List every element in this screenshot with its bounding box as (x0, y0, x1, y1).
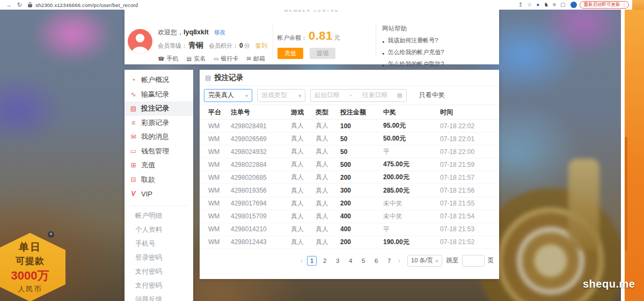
table-row: WM 4298015709 真人 真人 400 未中奖 07-18 21:54 (200, 210, 499, 223)
more-vert-icon[interactable] (620, 2, 627, 8)
close-icon[interactable] (48, 231, 54, 238)
profile-avatar[interactable] (570, 2, 577, 8)
extension-icon[interactable]: ♞ (544, 0, 548, 10)
cell-type: 真人 (316, 186, 340, 195)
platform-select[interactable]: 完美真人 (204, 89, 252, 102)
cell-platform: WM (208, 187, 231, 194)
sidebar-item-label: 帐户概况 (141, 75, 169, 85)
sidebar-divider (131, 205, 187, 206)
panel-header: 投注记录 (200, 70, 499, 86)
document-icon: ▤ (129, 105, 137, 112)
cell-platform: WM (208, 225, 231, 233)
star-icon[interactable]: ☆ (527, 0, 532, 10)
background-window-strip-top (632, 0, 644, 10)
cell-amount: 400 (340, 212, 383, 220)
cell-game: 真人 (291, 134, 316, 143)
cell-win: 475.00元 (383, 160, 440, 169)
page-size-select[interactable]: 10 条/页 (407, 255, 442, 267)
sidebar-secondary-item[interactable]: 支付密码 (125, 279, 193, 293)
scrollbar-thumb[interactable] (625, 137, 627, 251)
modify-link[interactable]: 修改 (214, 28, 226, 36)
withdraw-button[interactable]: 提现 (310, 48, 335, 59)
cell-type: 真人 (316, 147, 340, 156)
help-link[interactable]: 我该如何注册帐号? (382, 36, 444, 45)
avatar[interactable] (128, 29, 152, 54)
signin-link[interactable]: 签到 (255, 42, 267, 50)
sidebar-secondary-menu: 帐户明细 个人资料 手机号 登录密码 支付密码 支付密码 问题反馈 (125, 209, 193, 301)
sidebar-item[interactable]: ⊟ 取款 (125, 173, 193, 187)
help-title: 网站帮助 (382, 25, 444, 33)
toolbar-icons: ↥ ☆ ● ♞ ≡ ▢ (516, 0, 568, 10)
sidebar-secondary-item[interactable]: 帐户明细 (125, 209, 193, 223)
update-button[interactable]: 重新启动即可更新 (580, 1, 630, 9)
sidebar-item[interactable]: ▤ 投注记录 (125, 101, 193, 116)
page-number[interactable]: 3 (333, 256, 342, 266)
sidebar-item[interactable]: ≡ 彩票记录 (125, 116, 193, 130)
page-number[interactable]: 7 (384, 256, 394, 266)
verify-item[interactable]: ▭ 银行卡 (214, 55, 238, 63)
verify-items: ☎ 手机 ▤ 实名 ▭ 银行卡 ✉ 邮箱 (158, 55, 273, 63)
table-row: WM 4298022884 真人 真人 500 475.00元 07-18 21… (200, 158, 499, 171)
forward-icon[interactable] (6, 0, 12, 10)
sidebar-secondary-item[interactable]: 手机号 (125, 237, 193, 251)
table-header-cell: 投注金额 (340, 108, 383, 117)
reading-list-icon[interactable]: ≡ (553, 0, 556, 10)
cell-time: 07-18 21:57 (440, 174, 499, 181)
extension-dot-icon[interactable]: ● (536, 0, 539, 10)
member-centre-label: MEMBER CENTRE (125, 10, 499, 14)
sidebar-secondary-item[interactable]: 个人资料 (125, 223, 193, 237)
cell-bet-number: 4298012443 (231, 238, 291, 246)
date-range-picker[interactable]: 起始日期 ~ 结束日期 (310, 89, 407, 102)
sidebar-secondary-item[interactable]: 问题反馈 (125, 293, 193, 301)
table-header-cell: 注单号 (231, 108, 291, 117)
lock-icon (28, 2, 32, 8)
table-body: WM 4298028491 真人 真人 100 95.00元 07-18 22:… (200, 120, 499, 249)
cell-platform: WM (208, 200, 231, 207)
next-page-icon[interactable] (398, 257, 400, 265)
sidebar-item[interactable]: ✉ 我的消息 (125, 130, 193, 144)
table-row: WM 4298028491 真人 真人 100 95.00元 07-18 22:… (200, 120, 499, 133)
help-link-label: 怎么给我的帐户充值? (387, 48, 444, 56)
cell-win: 95.00元 (383, 121, 440, 130)
verify-item[interactable]: ☎ 手机 (158, 55, 178, 63)
sidebar-item[interactable]: V VIP (125, 187, 193, 201)
game-type-select[interactable]: 游戏类型 (257, 89, 305, 102)
table-row: WM 4298014210 真人 真人 400 平 07-18 21:53 (200, 223, 499, 236)
cell-type: 真人 (316, 134, 340, 143)
cell-bet-number: 4298019356 (231, 187, 291, 194)
sidebar-item[interactable]: ⊞ 充值 (125, 158, 193, 173)
jump-page-input[interactable] (462, 255, 485, 267)
address-bar[interactable]: sh2300.x12346666.com/pc/user/bet_record (35, 2, 138, 8)
share-icon[interactable]: ↥ (518, 0, 523, 10)
verify-item[interactable]: ▤ 实名 (186, 55, 205, 63)
sidebar-item[interactable]: ▭ 钱包管理 (125, 144, 193, 159)
only-win-filter[interactable]: 只看中奖 (419, 91, 445, 100)
sidebar-item[interactable]: ∿ 输赢纪录 (125, 87, 193, 102)
tab-icon[interactable]: ▢ (560, 0, 565, 10)
page-number[interactable]: 2 (320, 256, 330, 266)
sidebar-secondary-item[interactable]: 登录密码 (125, 251, 193, 265)
page-number[interactable]: 4 (346, 256, 355, 266)
sidebar-item[interactable]: ◔ 帐户概况 (125, 73, 193, 87)
help-link[interactable]: 怎么给我的帐户取款? (382, 60, 444, 68)
cell-platform: WM (208, 135, 231, 143)
verify-item[interactable]: ✉ 邮箱 (246, 55, 265, 63)
date-separator: ~ (349, 92, 353, 99)
cell-game: 真人 (291, 212, 316, 221)
help-link[interactable]: 怎么给我的帐户充值? (382, 48, 444, 56)
page-number[interactable]: 1 (307, 256, 317, 266)
panel-divider (273, 24, 273, 57)
reload-icon[interactable] (17, 0, 22, 10)
page-number[interactable]: 6 (371, 256, 381, 266)
end-date-placeholder: 结束日期 (362, 91, 387, 99)
page-number[interactable]: 5 (358, 256, 368, 266)
cell-bet-number: 4298020685 (231, 174, 291, 181)
cell-time: 07-18 22:02 (440, 122, 499, 130)
help-link-label: 怎么给我的帐户取款? (387, 60, 444, 68)
sidebar-secondary-item[interactable]: 支付密码 (125, 265, 193, 279)
recharge-button[interactable]: 充值 (277, 48, 303, 59)
prev-page-icon[interactable] (301, 257, 303, 265)
cell-win: 50.00元 (383, 134, 440, 143)
cell-win: 平 (383, 225, 440, 234)
table-row: WM 4298017694 真人 真人 200 未中奖 07-18 21:55 (200, 197, 499, 210)
